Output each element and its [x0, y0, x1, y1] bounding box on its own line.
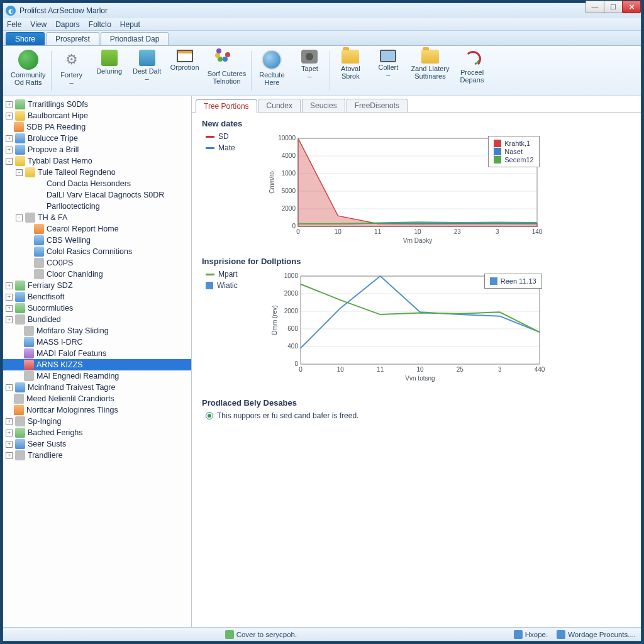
proceel-depans-label: ProceelDepans: [460, 69, 484, 84]
orprotion-label: Orprotion: [170, 64, 199, 71]
expand-icon[interactable]: +: [6, 430, 13, 436]
expand-icon[interactable]: +: [6, 294, 13, 301]
tree-item-label: Sp-Inging: [28, 417, 62, 426]
svg-text:2000: 2000: [284, 290, 298, 297]
expand-icon[interactable]: +: [6, 418, 13, 425]
tree-node-6[interactable]: -Tule Talleol Regndeno: [3, 167, 191, 178]
tree-node-13[interactable]: Colol Rasics Cornnitions: [3, 246, 191, 257]
tree-node-11[interactable]: Cearol Report Home: [3, 223, 191, 235]
tree-node-16[interactable]: +Ferriary SDZ: [3, 280, 191, 291]
tree-node-14[interactable]: CO0PS: [3, 257, 191, 269]
expand-icon[interactable]: -: [16, 214, 23, 221]
tree-node-19[interactable]: +Bundided: [3, 314, 191, 325]
tree-item-label: Bached Ferighs: [28, 428, 83, 437]
expand-icon[interactable]: +: [6, 135, 13, 142]
section1-title: New dates: [202, 119, 631, 128]
tree-node-12[interactable]: CBS Welling: [3, 235, 191, 246]
tree-node-23[interactable]: ARNS KIZZS: [3, 359, 191, 370]
tree-node-7[interactable]: Cond Dacta Hersonders: [3, 178, 191, 189]
main-tab-1[interactable]: Prosprefst: [46, 32, 99, 45]
deluring-label: Deluring: [96, 67, 122, 75]
tree-node-22[interactable]: MADI Falof Featuns: [3, 348, 191, 359]
tree-panel[interactable]: +Trraritlings S0Dfs+Baulborcant HipeSDB …: [3, 96, 192, 627]
maximize-button[interactable]: ☐: [604, 1, 623, 13]
close-button[interactable]: ✕: [622, 1, 641, 13]
status-icon-3: [557, 630, 565, 639]
expand-icon[interactable]: -: [6, 158, 13, 165]
tree-node-30[interactable]: +Seer Susts: [3, 438, 191, 450]
tree-node-29[interactable]: +Bached Ferighs: [3, 427, 191, 438]
tree-item-label: Parllootecticing: [47, 202, 100, 211]
expand-icon[interactable]: +: [6, 441, 13, 448]
main-tab-2[interactable]: Priondiast Dap: [101, 32, 169, 45]
atoval-sbrok[interactable]: AtovalSbrok: [331, 48, 369, 93]
tree-item-icon: [15, 156, 25, 166]
proceel-depans[interactable]: ProceelDepans: [453, 48, 491, 93]
collert[interactable]: Collert–: [369, 48, 407, 93]
tree-node-26[interactable]: Meed Nelienlil Crandiorts: [3, 393, 191, 404]
tree-item-icon: [34, 269, 44, 279]
expand-icon[interactable]: +: [6, 452, 13, 459]
expand-icon[interactable]: +: [6, 384, 13, 391]
sorf-cuteres[interactable]: Sorf CuteresTelnotion: [204, 48, 250, 93]
content-tab-2[interactable]: Seucies: [302, 99, 345, 112]
expand-icon[interactable]: +: [6, 305, 13, 312]
tree-node-28[interactable]: +Sp-Inging: [3, 416, 191, 427]
tree-node-3[interactable]: +Brolucce Tripe: [3, 133, 191, 144]
tree-node-10[interactable]: -TH & FA: [3, 212, 191, 223]
content-tab-1[interactable]: Cundex: [258, 99, 301, 112]
folder-icon: [341, 50, 359, 64]
expand-icon[interactable]: +: [6, 282, 13, 289]
orprotion[interactable]: Orprotion: [166, 48, 204, 93]
tree-node-4[interactable]: +Propove a Brill: [3, 144, 191, 155]
gear-icon: ⚙: [62, 50, 82, 70]
tree-node-8[interactable]: DalLl Varv Elacal Dagnocts S0DR: [3, 189, 191, 201]
status-right-1[interactable]: Hxope.: [514, 630, 548, 639]
menu-view[interactable]: View: [30, 20, 47, 29]
zand-llatery[interactable]: Zand LlaterySuttinares: [407, 48, 453, 93]
expand-icon[interactable]: +: [6, 101, 13, 108]
menu-heput[interactable]: Heput: [120, 20, 140, 29]
tree-node-27[interactable]: Norttcar Mologinres Tlings: [3, 404, 191, 416]
expand-icon[interactable]: +: [6, 316, 13, 323]
tree-node-31[interactable]: +Trandliere: [3, 450, 191, 461]
expand-icon[interactable]: +: [6, 113, 13, 119]
svg-text:400: 400: [287, 343, 298, 350]
minimize-button[interactable]: —: [586, 1, 604, 13]
tree-node-17[interactable]: +Benctfisoft: [3, 291, 191, 303]
tree-node-5[interactable]: -Tybabl Dast Hemo: [3, 155, 191, 167]
svg-text:4000: 4000: [281, 152, 296, 159]
svg-text:Dmm (rev): Dmm (rev): [271, 305, 278, 335]
tapet[interactable]: Tapet–: [291, 48, 328, 93]
tree-node-24[interactable]: MAl Engnedi Reamding: [3, 370, 191, 382]
tree-node-25[interactable]: +Mcinfnand Traivest Tagre: [3, 382, 191, 393]
section3-radio-row[interactable]: This nuppors er fu sed cand bafer is fre…: [206, 411, 631, 420]
content-tab-0[interactable]: Tree Portions: [196, 99, 257, 113]
tree-node-1[interactable]: +Baulborcant Hipe: [3, 110, 191, 121]
menu-foltcio[interactable]: FoltcIo: [89, 20, 111, 29]
main-tab-0[interactable]: Shore: [6, 32, 45, 45]
status-right-2[interactable]: Wordage Procunts....: [557, 630, 636, 639]
community-od-ratts[interactable]: CommunityOd Ratts: [7, 48, 50, 93]
tree-node-9[interactable]: Parllootecticing: [3, 201, 191, 212]
legend-label: Wiatic: [217, 281, 238, 290]
expand-icon[interactable]: -: [16, 169, 23, 176]
fortery[interactable]: ⚙Fortery–: [53, 48, 91, 93]
tree-node-20[interactable]: Mofifaro Stay Sliding: [3, 325, 191, 336]
tree-node-0[interactable]: +Trraritlings S0Dfs: [3, 99, 191, 110]
dest-dalt[interactable]: Dest Dalt–: [128, 48, 166, 93]
tree-node-2[interactable]: SDB PA Reeding: [3, 121, 191, 133]
content-tab-3[interactable]: FreeDisenots: [347, 99, 408, 112]
recltute-here[interactable]: RecltuteHere: [253, 48, 291, 93]
radio-icon[interactable]: [206, 412, 213, 419]
tree-item-label: Meed Nelienlil Crandiorts: [26, 394, 114, 403]
menu-dapors[interactable]: Dapors: [55, 20, 80, 29]
tree-node-15[interactable]: Cloor Chanlding: [3, 269, 191, 280]
menu-fele[interactable]: Fele: [7, 20, 21, 29]
tree-node-21[interactable]: MASS I-DRC: [3, 336, 191, 348]
expand-icon[interactable]: +: [6, 147, 13, 153]
deluring[interactable]: Deluring: [91, 48, 128, 93]
tree-item-label: Benctfisoft: [28, 292, 64, 301]
section-insprisione: Insprisione for Dollptions MpartWiatic 0…: [202, 257, 631, 383]
tree-node-18[interactable]: +Sucormluties: [3, 303, 191, 314]
